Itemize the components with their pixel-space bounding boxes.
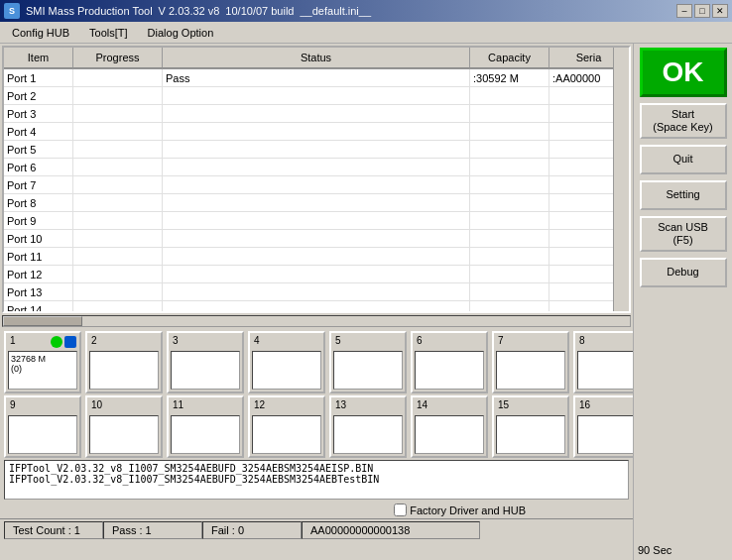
- cell-progress: [73, 212, 163, 229]
- cell-item: Port 9: [4, 212, 73, 229]
- config-text: __default.ini__: [300, 5, 371, 17]
- log-line: IFPTool_V2.03.32_v8_I1007_SM3254AEBUFD_3…: [9, 474, 624, 485]
- cell-progress: [73, 301, 163, 311]
- cell-capacity: [470, 194, 549, 211]
- cell-capacity: [470, 283, 549, 300]
- cell-progress: [73, 141, 163, 158]
- cell-item: Port 7: [4, 176, 73, 193]
- port-inner: [89, 351, 159, 390]
- cell-progress: [73, 248, 163, 265]
- date-text: 10/10/07 build: [225, 5, 294, 17]
- port-number: 9: [10, 399, 16, 410]
- title-text: SMI Mass Production Tool: [26, 5, 153, 17]
- menu-config-hub[interactable]: Config HUB: [4, 25, 77, 41]
- cell-progress: [73, 87, 163, 104]
- port-inner: [8, 415, 77, 454]
- cell-item: Port 13: [4, 283, 73, 300]
- table-row: Port 6: [4, 159, 629, 176]
- port-inner: [333, 415, 403, 454]
- log-area: IFPTool_V2.03.32_v8_I1007_SM3254AEBUFD_3…: [4, 460, 629, 500]
- cell-progress: [73, 105, 163, 122]
- cell-status: [163, 87, 470, 104]
- cell-item: Port 1: [4, 69, 73, 86]
- ok-button[interactable]: OK: [640, 48, 727, 97]
- start-button[interactable]: Start(Space Key): [640, 103, 727, 139]
- port-inner: [577, 351, 633, 390]
- cell-item: Port 2: [4, 87, 73, 104]
- version-text: V 2.03.32 v8: [159, 5, 220, 17]
- cell-progress: [73, 283, 163, 300]
- menu-dialog-option[interactable]: Dialog Option: [140, 25, 222, 41]
- cell-status: [163, 141, 470, 158]
- close-button[interactable]: ✕: [712, 4, 728, 18]
- cell-progress: [73, 194, 163, 211]
- cell-capacity: [470, 123, 549, 140]
- cell-status: [163, 105, 470, 122]
- table-row: Port 14: [4, 301, 629, 311]
- minimize-button[interactable]: –: [676, 4, 692, 18]
- port-inner: [577, 415, 633, 454]
- maximize-button[interactable]: □: [694, 4, 710, 18]
- title-bar: S SMI Mass Production Tool V 2.03.32 v8 …: [0, 0, 732, 22]
- port-inner: [496, 415, 565, 454]
- port-number: 2: [91, 335, 97, 346]
- port-inner: [252, 415, 321, 454]
- cell-status: [163, 123, 470, 140]
- port-inner: [171, 415, 240, 454]
- port-number: 10: [91, 399, 102, 410]
- menu-tools[interactable]: Tools[T]: [81, 25, 136, 41]
- quit-button[interactable]: Quit: [640, 145, 727, 174]
- port-box: 14: [411, 395, 488, 458]
- fail-count: Fail : 0: [202, 521, 302, 539]
- cell-progress: [73, 123, 163, 140]
- status-bar: Test Count : 1 Pass : 1 Fail : 0 AA00000…: [0, 518, 633, 540]
- port-inner: [415, 415, 484, 454]
- start-label: Start(Space Key): [653, 108, 713, 134]
- port-box: 16: [573, 395, 633, 458]
- port-box: 15: [492, 395, 569, 458]
- table-scrollbar[interactable]: [613, 48, 629, 311]
- table-row: Port 5: [4, 141, 629, 159]
- port-row-2: 910111213141516: [0, 393, 633, 458]
- scroll-thumb[interactable]: [3, 316, 82, 326]
- cell-item: Port 8: [4, 194, 73, 211]
- factory-driver-checkbox[interactable]: [394, 504, 407, 516]
- port-number: 1: [10, 335, 16, 346]
- cell-capacity: [470, 176, 549, 193]
- port-number: 14: [417, 399, 427, 410]
- test-count: Test Count : 1: [4, 521, 103, 539]
- port-box: 10: [85, 395, 163, 458]
- timer-display: 90 Sec: [638, 544, 671, 556]
- debug-button[interactable]: Debug: [640, 258, 727, 287]
- cell-capacity: [470, 105, 549, 122]
- right-panel: OK Start(Space Key) Quit Setting Scan US…: [633, 44, 732, 560]
- factory-driver-label: Factory Driver and HUB: [410, 504, 526, 516]
- main-table: Item Progress Status Capacity Seria Port…: [2, 46, 631, 313]
- scan-usb-label: Scan USB(F5): [658, 221, 708, 247]
- port-extra: (0): [11, 364, 74, 374]
- cell-status: [163, 283, 470, 300]
- cell-capacity: :30592 M: [470, 69, 549, 86]
- cell-progress: [73, 69, 163, 86]
- col-progress: Progress: [73, 48, 163, 68]
- port-number: 15: [498, 399, 509, 410]
- port-inner: 32768 M(0): [8, 351, 77, 390]
- scan-usb-button[interactable]: Scan USB(F5): [640, 216, 727, 252]
- port-box: 11: [167, 395, 244, 458]
- col-capacity: Capacity: [470, 48, 549, 68]
- port-inner: [496, 351, 565, 390]
- cell-item: Port 5: [4, 141, 73, 158]
- setting-button[interactable]: Setting: [640, 180, 727, 210]
- app-icon: S: [4, 3, 20, 19]
- cell-progress: [73, 266, 163, 282]
- port-number: 3: [173, 335, 179, 346]
- port-row-1: 132768 M(0)2345678: [0, 327, 633, 393]
- cell-capacity: [470, 230, 549, 247]
- cell-item: Port 4: [4, 123, 73, 140]
- h-scrollbar[interactable]: [2, 315, 631, 327]
- cell-status: [163, 176, 470, 193]
- port-number: 7: [498, 335, 504, 346]
- col-item: Item: [4, 48, 73, 68]
- port-number: 8: [579, 335, 585, 346]
- port-box: 7: [492, 331, 569, 393]
